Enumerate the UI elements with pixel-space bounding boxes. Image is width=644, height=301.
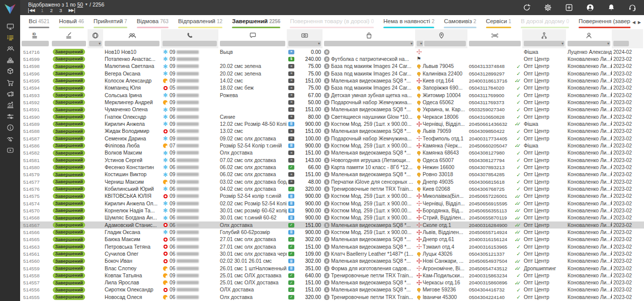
filter-input-flag[interactable]: ▾: [89, 41, 102, 46]
order-row[interactable]: 514579ЗавершенийКостишин Виктор✻0906.02 …: [20, 171, 644, 178]
tab-всі[interactable]: Всі4521: [29, 18, 49, 28]
column-header-manager[interactable]: [566, 29, 612, 40]
tab-новый[interactable]: Новый46: [59, 18, 84, 28]
filter-input-manager[interactable]: ▾: [568, 41, 610, 46]
refresh-icon[interactable]: [522, 3, 531, 12]
sidebar-item-customers[interactable]: [0, 44, 20, 55]
sidebar-item-purchases[interactable]: [0, 78, 20, 89]
sidebar-item-info[interactable]: [0, 123, 20, 134]
order-row[interactable]: 514598ЗавершенийМалютина Светлана✻0920.0…: [20, 63, 644, 70]
sidebar-item-statistics[interactable]: [0, 101, 20, 112]
order-row[interactable]: 514559ЗавершенийВлас Слотюу0626.01 смс 1…: [20, 265, 644, 272]
filter-input-location[interactable]: [424, 41, 466, 46]
filter-input-name[interactable]: [105, 41, 159, 46]
tab-відправлений[interactable]: Відправлений12: [178, 18, 222, 28]
page-number-2[interactable]: 2: [50, 8, 53, 13]
order-row[interactable]: 514595ЗавершенийКолосок Александр0914.02…: [20, 77, 644, 84]
order-row[interactable]: 514588ЗавершенийЖидак Володимир0613.02 с…: [20, 128, 644, 135]
tab-в-дорозі-додому[interactable]: В дорозі додому0: [521, 18, 569, 28]
sidebar-item-video-lessons[interactable]: [0, 145, 20, 157]
support-icon[interactable]: [628, 3, 637, 12]
filter-input-phone[interactable]: [163, 41, 217, 46]
column-header-comment[interactable]: [218, 29, 287, 40]
column-header-id[interactable]: ID: [20, 29, 50, 40]
tab-відмова[interactable]: Відмова763: [137, 18, 169, 28]
order-row[interactable]: 514563ЗавершенийПетровська Тетяна0627.01…: [20, 243, 644, 250]
add-window-icon[interactable]: [565, 3, 574, 12]
sidebar-item-company-structure[interactable]: [0, 55, 20, 66]
gear-icon[interactable]: [543, 3, 552, 12]
order-row[interactable]: 514575ЗавершенийКВІТОВСЬКА ЮЛІЯ09Розмір …: [20, 193, 644, 200]
last-page-button[interactable]: ▶▶: [68, 8, 74, 13]
order-row[interactable]: 514574ЗавершенийКирилич Анжела Ол...✻090…: [20, 200, 644, 207]
order-row[interactable]: 514565ЗавершенийБаюка Максим0627.01 смс …: [20, 236, 644, 243]
sidebar-item-partners[interactable]: [0, 134, 20, 145]
column-header-status[interactable]: [50, 29, 88, 40]
order-row[interactable]: 514556ЗавершенийСиротюк Олександр09ОЛХ д…: [20, 286, 644, 293]
order-row[interactable]: 514561ЗавершенийСучилов Олег0630.01 смс …: [20, 250, 644, 257]
column-header-flag[interactable]: [88, 29, 103, 40]
tab-самовивіз[interactable]: Самовивіз2: [444, 18, 476, 28]
tab-нема-в-наявності[interactable]: Нема в наявності2: [383, 18, 434, 28]
order-row[interactable]: 514580ЗавершенийФесенко Константин✻0606.…: [20, 164, 644, 171]
order-row[interactable]: 514558ЗавершенийКовпак Татьяна0925.01 см…: [20, 272, 644, 279]
order-row[interactable]: 514599ЗавершенийПотапенко Анастас...✻09$…: [20, 55, 644, 62]
tabs-scroll-right-icon[interactable]: ▶: [638, 20, 641, 25]
order-row[interactable]: 514592ЗавершенийМерклингер Андрей09≡50.0…: [20, 99, 644, 106]
column-header-center[interactable]: [522, 29, 566, 40]
order-row[interactable]: 514555ЗавершенийНовосад Олеся06Олх доста…: [20, 293, 644, 300]
order-row[interactable]: 514589ЗавершенийКирилич Анжела✻0912.02 с…: [20, 120, 644, 127]
tabs-scroll-left-icon[interactable]: ◀: [632, 20, 635, 25]
column-header-phone[interactable]: [161, 29, 218, 40]
column-header-location[interactable]: [415, 29, 467, 40]
filter-input-money[interactable]: ▾: [288, 41, 321, 46]
first-page-button[interactable]: ◀◀: [28, 8, 34, 13]
column-header-name[interactable]: [103, 29, 161, 40]
order-row[interactable]: 514716ЗавершенийНов10 Нов10✻09Выцв»0.000…: [20, 48, 644, 55]
order-row[interactable]: 514586ЗавершенийФіліпова Люба07Розмір 52…: [20, 142, 644, 149]
per-page-select[interactable]: 50: [77, 2, 83, 8]
order-row[interactable]: 514581ЗавершенийУстинов Сергей✻0607.02 с…: [20, 157, 644, 164]
order-row[interactable]: 514594ЗавершенийКомпанец Юля0518.02 смс …: [20, 85, 644, 92]
order-row[interactable]: 514593ЗавершенийСольська Ірина✻09Рожева≡…: [20, 92, 644, 99]
column-header-money[interactable]: [287, 29, 323, 40]
order-row[interactable]: 514591ЗавершенийЧумаченко Олена✻09≡151.0…: [20, 106, 644, 113]
filter-input-comment[interactable]: [220, 41, 285, 46]
order-row[interactable]: 514567ЗавершенийАдамовский Станис...06Ол…: [20, 221, 644, 229]
filter-input-center[interactable]: ▾: [524, 41, 565, 46]
order-row[interactable]: 514596ЗавершенийВегера Оксана✻0920.02 см…: [20, 70, 644, 77]
sidebar-item-campaigns[interactable]: [0, 89, 20, 100]
order-row[interactable]: 514576ЗавершенийКобилинський Юрий✻0604.0…: [20, 185, 644, 192]
sidebar-item-dashboard[interactable]: [0, 22, 20, 33]
account-icon[interactable]: [586, 3, 595, 12]
tab-сервіси[interactable]: Сервіси1: [486, 18, 512, 28]
filter-input-ttn[interactable]: [469, 41, 521, 46]
column-header-date[interactable]: [612, 29, 643, 40]
order-row[interactable]: 514560ЗавершенийБокоч Иван0902.02 30.01 …: [20, 258, 644, 265]
tab-повернення-товару-в-дорозі-[interactable]: Повернення товару (в дорозі)0: [290, 18, 374, 28]
bell-icon[interactable]: [607, 3, 616, 12]
sidebar-item-settings[interactable]: [0, 112, 20, 123]
sidebar-item-products[interactable]: [0, 67, 20, 78]
order-row[interactable]: 514587ЗавершенийСеменюк Дарина✻0909.02 с…: [20, 135, 644, 142]
column-header-ttn[interactable]: [467, 29, 522, 40]
page-number-1[interactable]: 1: [41, 8, 43, 13]
app-logo[interactable]: [4, 3, 17, 16]
order-row[interactable]: 514577ЗавершенийЧерниш Максим0903.02 смс…: [20, 178, 644, 185]
tab-завершений[interactable]: Завершений2256: [232, 18, 280, 28]
order-row[interactable]: 514570ЗавершенийКорнелюк Надія Та...✻093…: [20, 207, 644, 214]
sidebar-item-orders[interactable]: [0, 33, 20, 44]
order-row[interactable]: 514590ЗавершенийГнатюк Олексндр✻06Синие≡…: [20, 113, 644, 120]
order-row[interactable]: 514582ЗавершенийВолков Максим✻09Олх дост…: [20, 149, 644, 157]
order-row[interactable]: 514568ЗавершенийШумляс Богдана Ан...✻063…: [20, 214, 644, 221]
filter-input-product[interactable]: ▾: [324, 41, 414, 46]
column-header-product[interactable]: [323, 29, 415, 40]
filter-input-location[interactable]: ▾: [417, 41, 423, 46]
order-row[interactable]: 514566ЗавершенийГладик Оксана✻09Голубий …: [20, 229, 644, 236]
order-row[interactable]: 514557ЗавершенийЛила Ярослав0925.01 смс …: [20, 279, 644, 286]
tab-прийнятий[interactable]: Прийнятий7: [94, 18, 127, 28]
page-number-3[interactable]: 3: [59, 8, 62, 13]
filter-input-status[interactable]: [52, 41, 86, 46]
filter-input-date[interactable]: [613, 41, 629, 46]
filter-input-id[interactable]: [22, 41, 49, 46]
